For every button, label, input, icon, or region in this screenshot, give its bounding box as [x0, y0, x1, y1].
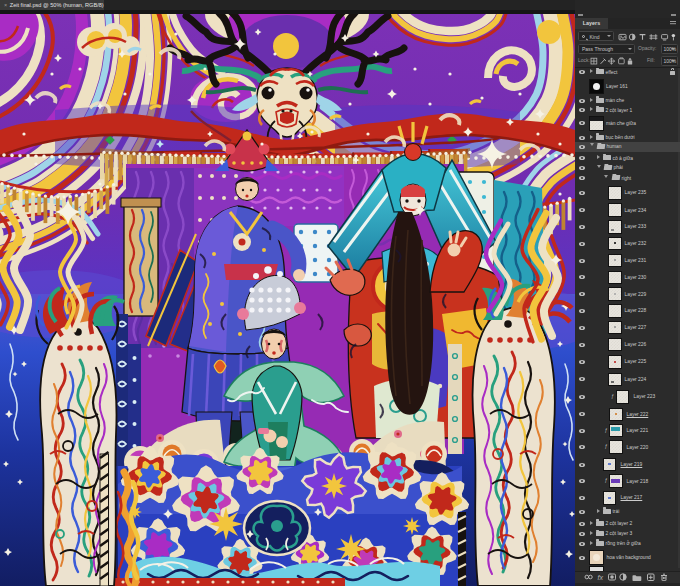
svg-text:fx: fx: [598, 573, 604, 580]
